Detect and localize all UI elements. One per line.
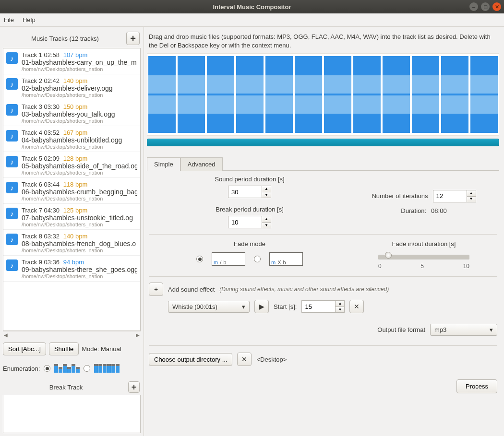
window-title: Interval Music Compositor — [213, 3, 291, 11]
track-path: /home/nw/Desktop/shotters_nation — [22, 222, 133, 227]
iterations-down[interactable]: ▼ — [467, 196, 476, 202]
sfx-start-down[interactable]: ▼ — [335, 306, 345, 313]
music-note-icon: ♪ — [6, 130, 18, 141]
track-row[interactable]: ♪Track 1 02:58 107 bpm01-babyshambles-ca… — [3, 48, 140, 74]
sound-period-label: Sound period duration [s] — [215, 176, 284, 183]
fade-mode-1-icon: m/b — [212, 252, 245, 266]
title-bar: Interval Music Compositor – ◻ ✕ — [0, 0, 504, 13]
iterations-label: Number of iterations — [372, 192, 428, 200]
track-header: Track 4 03:52 167 bpm — [22, 129, 122, 136]
track-row[interactable]: ♪Track 5 02:09 128 bpm05-babyshambles-si… — [3, 152, 140, 178]
tracks-title: Music Tracks (12 tracks) — [4, 35, 126, 42]
track-filename: 07-babyshambles-unstookie_titled.og — [22, 214, 133, 222]
menu-bar: File Help — [0, 13, 504, 27]
output-format-combo[interactable]: mp3 ▾ — [430, 324, 497, 336]
tab-advanced[interactable]: Advanced — [180, 157, 223, 171]
sfx-start-input[interactable] — [301, 300, 335, 313]
track-header: Track 9 03:36 94 bpm — [22, 259, 137, 266]
clear-output-dir-button[interactable]: ✕ — [237, 353, 252, 366]
tab-simple[interactable]: Simple — [147, 157, 180, 171]
choose-output-dir-button[interactable]: Choose output directory ... — [149, 353, 232, 366]
close-button[interactable]: ✕ — [492, 2, 501, 11]
output-dir-value: <Desktop> — [256, 356, 287, 363]
progress-bar — [147, 139, 499, 146]
break-period-label: Break period duration [s] — [216, 206, 284, 213]
sfx-remove-button[interactable]: ✕ — [349, 300, 364, 313]
track-filename: 01-babyshambles-carry_on_up_the_m — [22, 59, 137, 66]
break-period-up[interactable]: ▲ — [262, 216, 271, 222]
music-note-icon: ♪ — [6, 259, 18, 271]
tabs: Simple Advanced — [147, 157, 499, 171]
sidebar: Music Tracks (12 tracks) + ♪Track 1 02:5… — [0, 27, 144, 436]
sfx-note: (During sound effects, music and other s… — [219, 286, 389, 293]
slider-max: 10 — [463, 263, 469, 270]
menu-file[interactable]: File — [4, 16, 14, 24]
iterations-up[interactable]: ▲ — [467, 190, 476, 196]
scroll-left-icon[interactable]: ◀ — [4, 332, 8, 338]
track-filename: 02-babyshambles-delivery.ogg — [22, 84, 113, 92]
sound-period-up[interactable]: ▲ — [262, 186, 271, 192]
track-filename: 03-babyshambles-you_talk.ogg — [22, 110, 115, 118]
sort-button[interactable]: Sort [Abc...] — [3, 342, 46, 355]
track-row[interactable]: ♪Track 2 02:42 140 bpm02-babyshambles-de… — [3, 74, 140, 100]
track-row[interactable]: ♪Track 7 04:30 125 bpm07-babyshambles-un… — [3, 204, 140, 230]
chevron-down-icon: ▾ — [242, 303, 245, 310]
iterations-input[interactable] — [433, 190, 467, 202]
chevron-down-icon: ▾ — [490, 326, 493, 333]
fade-mode-2-icon: mXb — [269, 252, 303, 266]
horizontal-scrollbar[interactable]: ◀ ▶ — [3, 331, 141, 339]
break-track-box[interactable] — [3, 395, 141, 433]
music-note-icon: ♪ — [6, 234, 18, 245]
output-format-label: Output file format — [377, 326, 425, 333]
shuffle-button[interactable]: Shuffle — [49, 342, 79, 355]
mode-label: Mode: Manual — [82, 345, 121, 353]
minimize-button[interactable]: – — [469, 2, 478, 11]
track-row[interactable]: ♪Track 4 03:52 167 bpm04-babyshambles-un… — [3, 126, 140, 152]
track-row[interactable]: ♪Track 8 03:32 140 bpm08-babyshambles-fr… — [3, 230, 140, 256]
track-filename: 04-babyshambles-unbilotitled.ogg — [22, 136, 122, 144]
track-path: /home/nw/Desktop/shotters_nation — [22, 144, 122, 150]
add-sfx-label: Add sound effect — [168, 286, 215, 293]
sound-period-input[interactable] — [228, 186, 262, 198]
enumeration-option-2[interactable] — [84, 365, 90, 372]
break-period-input[interactable] — [228, 216, 262, 228]
sfx-start-up[interactable]: ▲ — [335, 300, 345, 306]
track-filename: 06-babyshambles-crumb_begging_bag — [22, 188, 137, 196]
sfx-start-label: Start [s]: — [274, 303, 297, 310]
add-track-button[interactable]: + — [126, 32, 140, 45]
track-row[interactable]: ♪Track 3 03:30 150 bpm03-babyshambles-yo… — [3, 100, 140, 126]
fade-duration-label: Fade in/out duration [s] — [392, 240, 456, 247]
track-list[interactable]: ♪Track 1 02:58 107 bpm01-babyshambles-ca… — [3, 48, 141, 331]
sfx-combo[interactable]: Whistle (00:01s) ▾ — [168, 301, 250, 313]
track-row[interactable]: ♪Track 9 03:36 94 bpm09-babyshambles-the… — [3, 256, 140, 282]
track-header: Track 2 02:42 140 bpm — [22, 77, 113, 84]
main-panel: Drag and drop music files (supported for… — [144, 27, 504, 436]
enumeration-icon-2 — [94, 364, 120, 373]
fade-mode-2-radio[interactable] — [254, 256, 261, 262]
music-note-icon: ♪ — [6, 78, 18, 90]
add-sfx-button[interactable]: + — [149, 283, 163, 296]
output-format-value: mp3 — [434, 326, 446, 333]
waveform-preview — [147, 53, 499, 136]
track-header: Track 5 02:09 128 bpm — [22, 155, 137, 162]
sound-period-down[interactable]: ▼ — [262, 192, 271, 198]
track-header: Track 8 03:32 140 bpm — [22, 233, 136, 240]
enumeration-option-1[interactable] — [44, 365, 50, 372]
track-header: Track 6 03:44 118 bpm — [22, 181, 137, 188]
break-period-down[interactable]: ▼ — [262, 222, 271, 228]
duration-value: 08:00 — [431, 207, 447, 214]
track-header: Track 1 02:58 107 bpm — [22, 51, 137, 59]
maximize-button[interactable]: ◻ — [481, 2, 490, 11]
track-row[interactable]: ♪Track 6 03:44 118 bpm06-babyshambles-cr… — [3, 178, 140, 204]
duration-label: Duration: — [401, 207, 426, 214]
menu-help[interactable]: Help — [23, 16, 36, 24]
enumeration-label: Enumeration: — [3, 365, 40, 372]
add-break-button[interactable]: + — [128, 381, 140, 393]
scroll-right-icon[interactable]: ▶ — [136, 332, 140, 338]
sfx-play-button[interactable]: ▶ — [254, 300, 269, 313]
fade-mode-1-radio[interactable] — [196, 256, 203, 262]
process-button[interactable]: Process — [456, 379, 497, 393]
track-header: Track 3 03:30 150 bpm — [22, 103, 115, 110]
music-note-icon: ♪ — [6, 182, 18, 193]
fade-duration-slider[interactable] — [378, 251, 469, 259]
